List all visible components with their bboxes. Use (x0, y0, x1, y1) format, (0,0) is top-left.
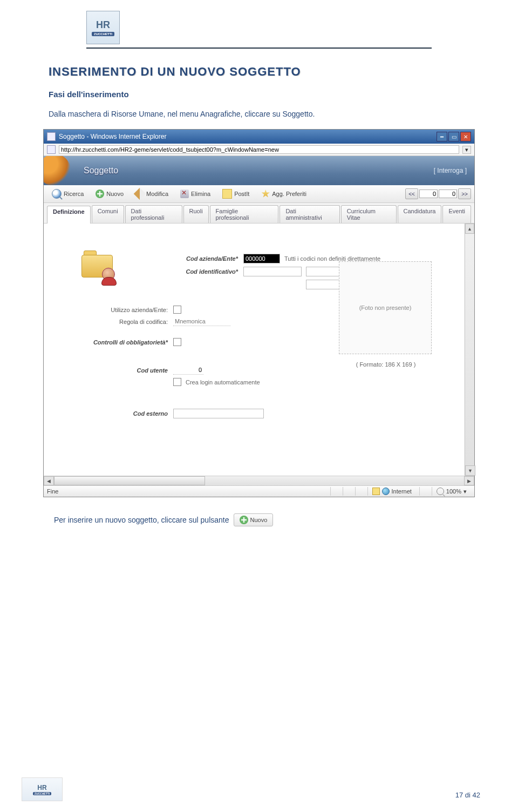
scroll-up-arrow[interactable]: ▲ (465, 224, 474, 234)
ricerca-label: Ricerca (64, 191, 84, 197)
subject-folder-icon (81, 251, 114, 280)
form-content: Cod azienda/Ente* Tutti i codici non def… (44, 224, 465, 476)
delete-icon (180, 190, 189, 198)
intro-paragraph: Dalla maschera di Risorse Umane, nel men… (49, 110, 480, 118)
pager-next-button[interactable]: >> (458, 188, 471, 199)
photo-format-label: ( Formato: 186 X 169 ) (340, 361, 432, 368)
pencil-icon (134, 188, 146, 200)
nuovo-button[interactable]: Nuovo (91, 187, 128, 200)
modifica-button[interactable]: Modifica (131, 187, 173, 200)
plus-icon (240, 516, 248, 524)
ie-icon (47, 132, 56, 141)
page-number: 17 di 42 (455, 791, 480, 799)
cod-utente-input[interactable] (173, 366, 203, 375)
cod-identificativo-label: Cod identificativo* (130, 268, 243, 275)
nuovo-inline-label: Nuovo (250, 517, 268, 523)
zoom-label: 100% (446, 488, 461, 495)
utilizzo-checkbox[interactable] (173, 306, 181, 314)
dropdown-icon[interactable]: ▾ (462, 146, 471, 154)
app-header: Soggetto [ Interroga ] (44, 156, 474, 185)
status-bar: Fine Internet 100% ▾ (44, 485, 474, 497)
footer-logo: HR ZUCCHETTI (22, 777, 63, 801)
zoom-dropdown-icon[interactable]: ▾ (464, 488, 467, 495)
crea-login-label: Crea login automaticamente (186, 379, 260, 385)
controlli-checkbox[interactable] (173, 338, 181, 346)
zone-label: Internet (392, 488, 412, 495)
shield-icon (372, 488, 380, 495)
tab-eventi[interactable]: Eventi (442, 205, 471, 223)
url-input[interactable] (59, 145, 459, 154)
scroll-left-arrow[interactable]: ◀ (44, 476, 54, 485)
tab-dati-amministrativi[interactable]: Dati amministrativi (280, 205, 339, 223)
nuovo-label: Nuovo (106, 191, 124, 197)
main-toolbar: Ricerca Nuovo Modifica Elimina PostIt Ag… (44, 185, 474, 203)
tab-famiglie-professionali[interactable]: Famiglie professionali (210, 205, 279, 223)
page-title: INSERIMENTO DI UN NUOVO SOGGETTO (49, 65, 480, 79)
pager-total-input[interactable] (439, 190, 457, 198)
photo-placeholder-text: (Foto non presente) (359, 304, 412, 311)
crea-login-checkbox[interactable] (173, 378, 181, 386)
regola-value (173, 317, 230, 326)
embedded-screenshot: Soggetto - Windows Internet Explorer ━ ▭… (43, 129, 475, 497)
window-title: Soggetto - Windows Internet Explorer (59, 133, 166, 140)
utilizzo-label: Utilizzo azienda/Ente: (60, 307, 173, 313)
horizontal-scrollbar[interactable]: ◀ ▶ (44, 476, 474, 485)
address-bar: ▾ (44, 144, 474, 156)
nuovo-inline-button[interactable]: Nuovo (234, 513, 274, 526)
app-title: Soggetto (84, 166, 118, 175)
footer-logo-subtext: ZUCCHETTI (33, 792, 51, 795)
logo-text: HR (96, 19, 110, 31)
cod-esterno-label: Cod esterno (60, 410, 173, 417)
page-icon (47, 145, 56, 154)
section-subtitle: Fasi dell'inserimento (49, 90, 480, 99)
star-icon (261, 190, 270, 198)
cod-esterno-input[interactable] (173, 409, 264, 418)
pager-current-input[interactable] (419, 190, 438, 198)
header-logo: HR ZUCCHETTI (86, 11, 120, 44)
scroll-right-arrow[interactable]: ▶ (464, 476, 474, 485)
vertical-scrollbar[interactable]: ▲ ▼ (465, 224, 474, 476)
tab-curriculum-vitae[interactable]: Curriculum Vitae (341, 205, 397, 223)
window-close-button[interactable]: ✕ (460, 132, 471, 141)
postit-button[interactable]: PostIt (217, 187, 254, 201)
app-logo-swirl (44, 156, 71, 185)
postit-label: PostIt (234, 191, 249, 197)
scroll-down-arrow[interactable]: ▼ (465, 465, 475, 476)
preferiti-label: Agg. Preferiti (272, 191, 306, 197)
zoom-icon (437, 488, 444, 495)
hscroll-thumb[interactable] (54, 476, 205, 485)
cod-azienda-input[interactable] (243, 254, 280, 263)
footer-logo-text: HR (37, 784, 46, 791)
controlli-label: Controlli di obbligatorietà* (60, 339, 173, 346)
status-left: Fine (47, 487, 63, 496)
logo-subtext: ZUCCHETTI (92, 32, 114, 36)
window-maximize-button[interactable]: ▭ (448, 132, 459, 141)
status-zoom[interactable]: 100% ▾ (432, 487, 471, 496)
record-pager: << >> (405, 188, 471, 199)
search-icon (52, 189, 62, 199)
tab-ruoli[interactable]: Ruoli (183, 205, 209, 223)
header-divider (86, 48, 432, 49)
preferiti-button[interactable]: Agg. Preferiti (256, 187, 311, 200)
window-minimize-button[interactable]: ━ (437, 132, 447, 141)
tab-comuni[interactable]: Comuni (92, 205, 124, 223)
pager-prev-button[interactable]: << (405, 188, 418, 199)
cod-azienda-label: Cod azienda/Ente* (130, 255, 243, 262)
modifica-label: Modifica (146, 191, 168, 197)
elimina-label: Elimina (191, 191, 210, 197)
cod-identificativo-input[interactable] (243, 267, 302, 276)
after-screenshot-text: Per inserire un nuovo soggetto, cliccare… (54, 513, 480, 526)
status-zone: Internet (367, 487, 416, 496)
photo-placeholder[interactable]: (Foto non presente) (339, 261, 432, 354)
tab-candidatura[interactable]: Candidatura (398, 205, 442, 223)
regola-label: Regola di codifica: (60, 319, 173, 325)
tab-dati-professionali[interactable]: Dati professionali (125, 205, 182, 223)
app-mode-label: [ Interroga ] (434, 167, 467, 174)
elimina-button[interactable]: Elimina (175, 187, 215, 200)
cod-utente-label: Cod utente (60, 367, 173, 374)
aftertext-content: Per inserire un nuovo soggetto, cliccare… (54, 516, 229, 524)
tab-definizione[interactable]: Definizione (47, 206, 91, 224)
ricerca-button[interactable]: Ricerca (47, 187, 88, 201)
plus-icon (96, 190, 104, 198)
subtab-bar: Definizione Comuni Dati professionali Ru… (44, 203, 474, 224)
